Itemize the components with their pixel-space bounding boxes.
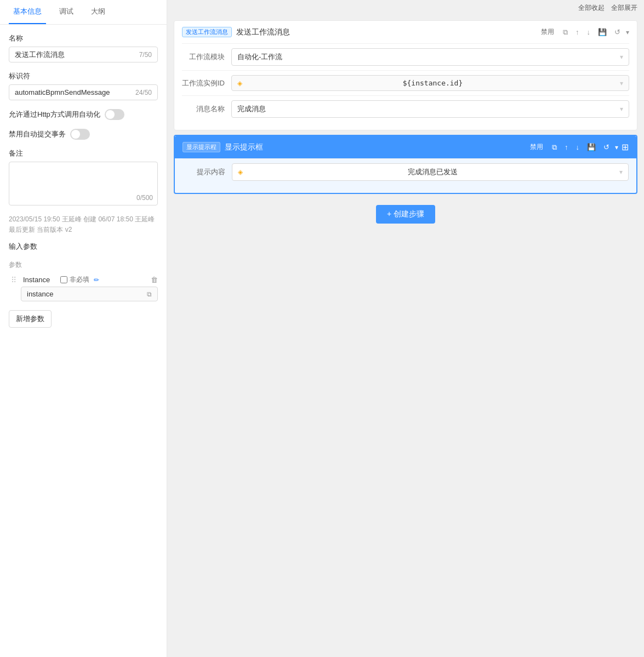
right-header: 全部收起 全部展开 [167,0,644,16]
params-col1: 参数 [9,260,158,270]
remark-textarea[interactable] [15,165,152,198]
input-params-label: 输入参数 [9,242,158,252]
step-2-title: 显示提示框 [225,142,522,152]
step-1-up-icon[interactable]: ↑ [573,27,582,37]
name-group: 名称 7/50 [9,33,158,62]
step-2-body: 提示内容 ◈ 完成消息已发送 ▾ [175,158,636,193]
step-card-2-header: 显示提示程 显示提示框 禁用 ⧉ ↑ ↓ 💾 ↺ ▾ ⊞ [175,136,636,158]
instance-id-dropdown-icon[interactable]: ▾ [620,79,623,87]
right-panel: 全部收起 全部展开 发送工作流消息 发送工作流消息 禁用 ⧉ ↑ ↓ 💾 ↺ ▾ [167,0,644,657]
param-required-label: 非必填 [70,275,89,284]
workflow-module-label: 工作流模块 [182,52,231,62]
add-param-button[interactable]: 新增参数 [9,310,52,328]
param-value-text: instance [27,290,53,298]
name-input[interactable] [15,50,139,59]
code-icon-2: ◈ [238,168,243,176]
meta-info: 2023/05/15 19:50 王延峰 创建 06/07 18:50 王延峰 … [9,214,158,235]
prompt-content-label: 提示内容 [183,167,232,177]
step-1-save-icon[interactable]: 💾 [596,27,609,37]
workflow-module-dropdown-icon[interactable]: ▾ [620,53,623,61]
transaction-toggle-row: 禁用自动提交事务 [9,129,158,140]
step-card-1-header: 发送工作流消息 发送工作流消息 禁用 ⧉ ↑ ↓ 💾 ↺ ▾ [174,21,637,43]
prompt-content-value[interactable]: ◈ 完成消息已发送 ▾ [232,163,629,181]
param-required-checkbox[interactable] [60,276,67,283]
param-row-instance: ⠿ Instance 非必填 ✏ 🗑 [9,273,158,287]
param-edit-icon[interactable]: ✏ [94,276,99,284]
step-2-save-icon[interactable]: 💾 [585,142,598,152]
step-1-copy-icon[interactable]: ⧉ [561,27,570,38]
identifier-group: 标识符 24/50 [9,71,158,100]
name-input-wrapper: 7/50 [9,47,158,62]
instance-id-text: ${instance.id} [403,79,463,87]
step-2-actions: 禁用 ⧉ ↑ ↓ 💾 ↺ ▾ ⊞ [527,141,629,153]
collapse-all-button[interactable]: 全部收起 [578,3,605,13]
param-value-row: instance ⧉ [21,287,158,301]
message-name-dropdown-icon[interactable]: ▾ [620,105,623,113]
remark-group: 备注 0/500 [9,148,158,205]
step-2-tag: 显示提示程 [183,142,220,152]
step-1-refresh-icon[interactable]: ↺ [612,27,623,37]
step-1-disable[interactable]: 禁用 [538,26,557,38]
step-1-body: 工作流模块 自动化-工作流 ▾ 工作流实例ID ◈ ${instance.id}… [174,43,637,130]
workflow-module-value[interactable]: 自动化-工作流 ▾ [231,48,629,66]
tab-bar: 基本信息 调试 大纲 [0,0,167,25]
drag-handle-icon[interactable]: ⠿ [9,276,19,284]
step-card-show-dialog: 显示提示程 显示提示框 禁用 ⧉ ↑ ↓ 💾 ↺ ▾ ⊞ 提示内容 [174,135,637,194]
form-body: 名称 7/50 标识符 24/50 允许通过Http方式调用自动化 [0,25,167,657]
params-header: 参数 [9,257,158,273]
expand-all-button[interactable]: 全部展开 [611,3,637,13]
step-1-tag: 发送工作流消息 [182,27,232,37]
step-1-title: 发送工作流消息 [236,27,533,37]
step-2-down-icon[interactable]: ↓ [574,142,582,152]
left-panel: 基本信息 调试 大纲 名称 7/50 标识符 24/50 [0,0,167,657]
http-toggle-row: 允许通过Http方式调用自动化 [9,109,158,120]
param-value-box: instance ⧉ [21,287,158,301]
param-delete-icon[interactable]: 🗑 [151,276,158,284]
http-toggle-label: 允许通过Http方式调用自动化 [9,110,100,119]
name-char-count: 7/50 [139,51,152,59]
tab-debug[interactable]: 调试 [55,0,78,24]
remark-textarea-wrap: 0/500 [9,162,158,205]
step-1-actions: 禁用 ⧉ ↑ ↓ 💾 ↺ ▾ [538,26,629,38]
transaction-toggle[interactable] [70,129,90,140]
prompt-content-text: 完成消息已发送 [408,167,458,177]
workflow-module-text: 自动化-工作流 [237,52,282,62]
step-2-extra-icon[interactable]: ⊞ [622,142,629,152]
tab-outline[interactable]: 大纲 [87,0,110,24]
identifier-input-wrapper: 24/50 [9,84,158,100]
field-row-instance-id: 工作流实例ID ◈ ${instance.id} ▾ [182,70,629,95]
identifier-input[interactable] [15,88,135,96]
instance-id-value[interactable]: ◈ ${instance.id} ▾ [231,75,629,91]
param-required-group: 非必填 ✏ [60,275,99,284]
step-2-up-icon[interactable]: ↑ [562,142,571,152]
param-copy-icon[interactable]: ⧉ [147,290,152,298]
param-name: Instance [23,276,56,284]
step-1-chevron-icon[interactable]: ▾ [626,28,629,36]
identifier-label: 标识符 [9,71,158,81]
step-2-disable[interactable]: 禁用 [527,141,546,153]
step-1-down-icon[interactable]: ↓ [585,27,593,37]
identifier-char-count: 24/50 [135,89,152,96]
field-row-prompt-content: 提示内容 ◈ 完成消息已发送 ▾ [183,158,629,185]
create-step-container: + 创建步骤 [167,205,644,224]
code-icon-1: ◈ [237,79,242,87]
transaction-toggle-label: 禁用自动提交事务 [9,129,66,139]
remark-count: 0/500 [136,194,153,202]
field-row-workflow-module: 工作流模块 自动化-工作流 ▾ [182,43,629,70]
step-2-chevron-icon[interactable]: ▾ [615,144,618,151]
field-row-message-name: 消息名称 完成消息 ▾ [182,95,629,122]
step-2-copy-icon[interactable]: ⧉ [550,142,559,153]
create-step-button[interactable]: + 创建步骤 [376,205,435,224]
message-name-text: 完成消息 [237,104,266,114]
name-label: 名称 [9,33,158,43]
remark-label: 备注 [9,148,158,158]
step-card-send-message: 发送工作流消息 发送工作流消息 禁用 ⧉ ↑ ↓ 💾 ↺ ▾ 工作流模块 自 [174,20,637,130]
instance-id-label: 工作流实例ID [182,78,231,88]
message-name-value[interactable]: 完成消息 ▾ [231,100,629,118]
http-toggle[interactable] [105,109,124,120]
message-name-label: 消息名称 [182,104,231,114]
step-2-refresh-icon[interactable]: ↺ [601,142,612,152]
tab-basic-info[interactable]: 基本信息 [9,0,46,24]
prompt-content-dropdown-icon[interactable]: ▾ [619,168,623,176]
